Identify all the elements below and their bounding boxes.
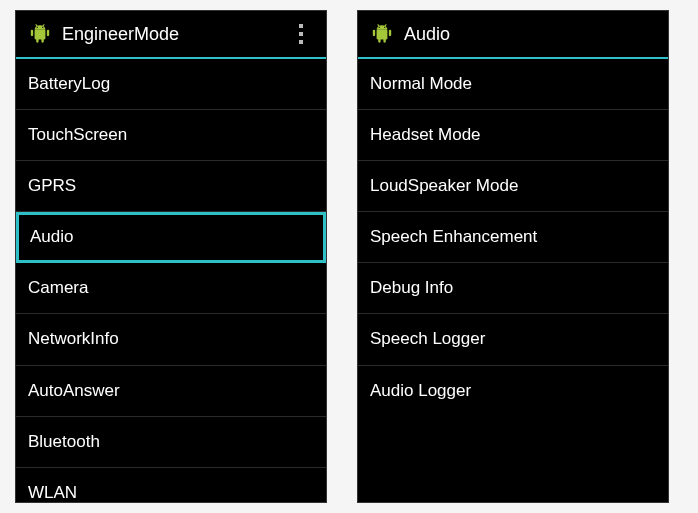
svg-line-5 [36, 24, 38, 26]
list-item-label: Audio [28, 226, 73, 248]
svg-rect-10 [373, 30, 375, 37]
list-item-label: Bluetooth [28, 432, 100, 451]
list-item-loudspeaker-mode[interactable]: LoudSpeaker Mode [358, 161, 668, 212]
list-item-gprs[interactable]: GPRS [16, 161, 326, 212]
android-icon [26, 20, 54, 48]
action-bar: Audio [358, 11, 668, 59]
list-item-label: WLAN [28, 483, 77, 502]
engineer-mode-list[interactable]: BatteryLog TouchScreen GPRS Audio Camera… [16, 59, 326, 502]
list-item-normal-mode[interactable]: Normal Mode [358, 59, 668, 110]
list-item-camera[interactable]: Camera [16, 263, 326, 314]
list-item-autoanswer[interactable]: AutoAnswer [16, 366, 326, 417]
svg-point-7 [37, 27, 38, 28]
list-item-label: AutoAnswer [28, 381, 120, 400]
app-title: Audio [404, 24, 658, 45]
list-item-touchscreen[interactable]: TouchScreen [16, 110, 326, 161]
list-item-speech-logger[interactable]: Speech Logger [358, 314, 668, 365]
svg-rect-4 [41, 38, 43, 42]
audio-screen: Audio Normal Mode Headset Mode LoudSpeak… [357, 10, 669, 503]
list-item-batterylog[interactable]: BatteryLog [16, 59, 326, 110]
svg-rect-11 [389, 30, 391, 37]
list-item-wlan[interactable]: WLAN [16, 468, 326, 502]
android-icon [368, 20, 396, 48]
list-item-debug-info[interactable]: Debug Info [358, 263, 668, 314]
action-bar: EngineerMode [16, 11, 326, 59]
svg-point-16 [379, 27, 380, 28]
list-item-audio[interactable]: Audio [16, 212, 326, 263]
svg-line-6 [43, 24, 45, 26]
svg-rect-3 [36, 38, 38, 42]
engineer-mode-screen: EngineerMode BatteryLog TouchScreen GPRS… [15, 10, 327, 503]
list-item-label: Headset Mode [370, 125, 481, 144]
list-item-label: BatteryLog [28, 74, 110, 93]
list-item-label: Normal Mode [370, 74, 472, 93]
list-item-audio-logger[interactable]: Audio Logger [358, 366, 668, 416]
app-title: EngineerMode [62, 24, 286, 45]
list-item-label: GPRS [28, 176, 76, 195]
svg-rect-9 [377, 30, 388, 40]
overflow-menu-icon[interactable] [286, 14, 316, 54]
svg-rect-2 [47, 30, 49, 37]
list-item-label: Camera [28, 278, 88, 297]
list-item-label: NetworkInfo [28, 329, 119, 348]
list-item-label: LoudSpeaker Mode [370, 176, 518, 195]
list-item-label: Speech Enhancement [370, 227, 537, 246]
list-item-headset-mode[interactable]: Headset Mode [358, 110, 668, 161]
list-item-label: Speech Logger [370, 329, 485, 348]
list-item-speech-enhancement[interactable]: Speech Enhancement [358, 212, 668, 263]
svg-rect-12 [378, 38, 380, 42]
svg-point-17 [384, 27, 385, 28]
audio-list[interactable]: Normal Mode Headset Mode LoudSpeaker Mod… [358, 59, 668, 502]
list-item-label: Debug Info [370, 278, 453, 297]
svg-line-14 [378, 24, 380, 26]
list-item-label: Audio Logger [370, 381, 471, 400]
svg-rect-13 [383, 38, 385, 42]
svg-rect-1 [31, 30, 33, 37]
svg-rect-0 [35, 30, 46, 40]
svg-line-15 [385, 24, 387, 26]
list-item-label: TouchScreen [28, 125, 127, 144]
list-item-bluetooth[interactable]: Bluetooth [16, 417, 326, 468]
list-item-networkinfo[interactable]: NetworkInfo [16, 314, 326, 365]
svg-point-8 [42, 27, 43, 28]
